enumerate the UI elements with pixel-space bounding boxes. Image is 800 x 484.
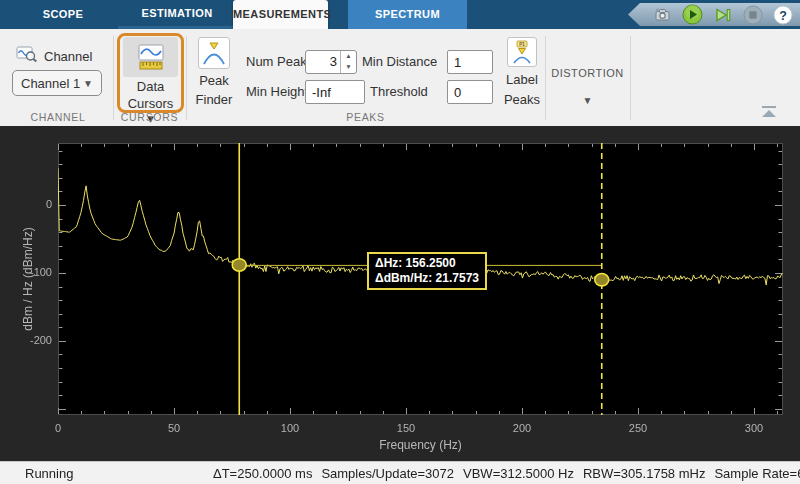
chevron-down-icon: ▼ bbox=[83, 78, 93, 89]
num-peaks-label: Num Peaks bbox=[246, 54, 313, 69]
tab-spectrum[interactable]: SPECTRUM bbox=[348, 0, 467, 29]
min-height-label: Min Height bbox=[246, 84, 308, 99]
distortion-label: DISTORTION bbox=[546, 67, 629, 79]
svg-text:?: ? bbox=[779, 8, 787, 22]
tab-measurements[interactable]: MEASUREMENTS bbox=[233, 0, 328, 29]
data-cursors-icon bbox=[123, 37, 178, 77]
x-tick-label: 250 bbox=[621, 422, 655, 434]
spectrum-plot-panel: 0501001502002503000-100-200 Frequency (H… bbox=[0, 126, 800, 461]
x-tick-label: 100 bbox=[273, 422, 307, 434]
label-peaks-label-line1: Label bbox=[501, 72, 543, 87]
snapshot-camera-icon[interactable] bbox=[652, 4, 673, 25]
run-icon[interactable] bbox=[682, 4, 703, 25]
peaks-section-label: PEAKS bbox=[186, 111, 545, 123]
spectrum-canvas[interactable] bbox=[0, 126, 800, 461]
step-forward-icon[interactable] bbox=[712, 4, 733, 25]
status-stats: ΔT=250.0000 msSamples/Update=3072VBW=312… bbox=[213, 466, 800, 481]
threshold-label: Threshold bbox=[370, 84, 428, 99]
channel-section-label: CHANNEL bbox=[12, 111, 104, 123]
cursor-delta-readout[interactable]: ΔHz: 156.2500 ΔdBm/Hz: 21.7573 bbox=[367, 252, 487, 290]
cursor-delta-db: ΔdBm/Hz: 21.7573 bbox=[375, 271, 479, 286]
threshold-input[interactable]: 0 bbox=[447, 80, 493, 104]
ribbon-toolbar: Channel Channel 1 ▼ CHANNEL bbox=[0, 29, 800, 126]
spectrum-analyzer-window: SCOPE ESTIMATION MEASUREMENTS SPECTRUM bbox=[0, 0, 800, 484]
stop-icon[interactable] bbox=[742, 4, 763, 25]
y-tick-label: -200 bbox=[14, 334, 52, 346]
spinner-up-icon[interactable]: ▲ bbox=[341, 51, 356, 62]
channel-dropdown-value: Channel 1 bbox=[21, 76, 80, 91]
data-cursors-label-line1: Data bbox=[123, 79, 178, 94]
x-tick-label: 300 bbox=[737, 422, 771, 434]
num-peaks-spinner-arrows[interactable]: ▲ ▼ bbox=[340, 51, 356, 73]
label-peaks-button[interactable]: P1 Label Peaks bbox=[501, 37, 543, 107]
peak-finder-label-line1: Peak bbox=[194, 73, 234, 88]
min-distance-label: Min Distance bbox=[362, 54, 437, 69]
status-stat-item: RBW=305.1758 mHz bbox=[583, 466, 705, 481]
peak-finder-icon bbox=[198, 37, 230, 69]
svg-text:P1: P1 bbox=[519, 42, 525, 47]
num-peaks-spinner[interactable]: 3 ▲ ▼ bbox=[305, 50, 357, 74]
label-peaks-icon: P1 bbox=[507, 37, 537, 67]
min-height-input[interactable]: -Inf bbox=[305, 80, 365, 104]
section-divider bbox=[630, 36, 631, 120]
tab-estimation[interactable]: ESTIMATION bbox=[118, 0, 236, 29]
status-stat-item: ΔT=250.0000 ms bbox=[213, 466, 312, 481]
help-icon[interactable]: ? bbox=[772, 4, 793, 25]
chevron-down-icon: ▼ bbox=[546, 95, 629, 106]
peak-finder-label-line2: Finder bbox=[194, 92, 234, 107]
cursor-delta-hz: ΔHz: 156.2500 bbox=[375, 256, 479, 271]
channel-label: Channel bbox=[44, 49, 92, 64]
quick-access-toolbar: ? bbox=[628, 3, 800, 26]
status-stat-item: Samples/Update=3072 bbox=[321, 466, 454, 481]
y-tick-label: 0 bbox=[14, 198, 52, 210]
status-bar: Running ΔT=250.0000 msSamples/Update=307… bbox=[0, 461, 800, 484]
tab-scope[interactable]: SCOPE bbox=[18, 0, 108, 29]
x-tick-label: 0 bbox=[41, 422, 75, 434]
data-cursors-button[interactable]: Data Cursors ▾ bbox=[123, 37, 178, 107]
status-state: Running bbox=[25, 466, 73, 481]
min-distance-input[interactable]: 1 bbox=[447, 50, 493, 74]
channel-dropdown[interactable]: Channel 1 ▼ bbox=[12, 70, 102, 96]
channel-header: Channel bbox=[16, 45, 92, 67]
status-stat-item: VBW=312.5000 Hz bbox=[463, 466, 574, 481]
section-divider bbox=[186, 36, 187, 120]
channel-wave-magnifier-icon bbox=[16, 45, 38, 67]
status-stat-item: Sample Rate=625.0000 Hz bbox=[714, 466, 800, 481]
distortion-section-button[interactable]: DISTORTION ▼ bbox=[546, 37, 629, 119]
x-tick-label: 150 bbox=[389, 422, 423, 434]
x-tick-label: 50 bbox=[157, 422, 191, 434]
collapse-ribbon-button[interactable] bbox=[760, 106, 778, 120]
tab-bar: SCOPE ESTIMATION MEASUREMENTS SPECTRUM bbox=[0, 0, 800, 29]
num-peaks-value: 3 bbox=[306, 51, 340, 73]
peak-finder-button[interactable]: Peak Finder bbox=[194, 37, 234, 107]
y-axis-label: dBm / Hz (dBm/Hz) bbox=[21, 227, 35, 330]
cursors-section-label: CURSORS bbox=[113, 111, 186, 123]
collapse-ribbon-icon bbox=[762, 106, 776, 108]
x-axis-label: Frequency (Hz) bbox=[58, 438, 783, 452]
x-tick-label: 200 bbox=[505, 422, 539, 434]
spinner-down-icon[interactable]: ▼ bbox=[341, 62, 356, 73]
section-divider bbox=[113, 36, 114, 120]
label-peaks-label-line2: Peaks bbox=[501, 92, 543, 107]
